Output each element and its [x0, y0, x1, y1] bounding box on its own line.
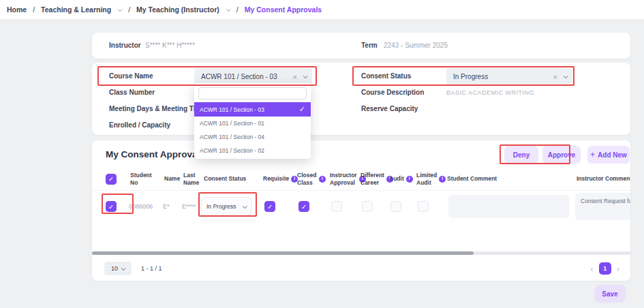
instructor-label: Instructor: [109, 42, 141, 49]
column-header-label: Consent Status: [204, 175, 246, 183]
limited-audit-cell: [412, 201, 443, 212]
column-header: Consent Status: [200, 175, 259, 183]
row-checkbox[interactable]: [106, 201, 117, 212]
consent-status-value: In Progress: [453, 73, 553, 80]
column-header-label: Instructor Comment: [577, 175, 630, 183]
page-size-value: 10: [111, 265, 118, 272]
student-no-cell: 0086006: [126, 203, 160, 210]
course-name-value: ACWR 101 / Section - 03: [201, 73, 293, 80]
clear-icon[interactable]: ×: [553, 73, 557, 81]
breadcrumb-item[interactable]: Teaching & Learning: [41, 5, 111, 14]
row-select-cell: [92, 201, 126, 212]
row-consent-status-select[interactable]: In Progress: [201, 197, 251, 216]
breadcrumb-item[interactable]: My Teaching (Instructor): [136, 5, 219, 14]
table-header-row: Student NoNameLast NameConsent StatusReq…: [92, 168, 630, 191]
dropdown-option[interactable]: ACWR 101 / Section - 03✓: [194, 102, 311, 117]
chevron-down-icon[interactable]: [564, 74, 568, 78]
consent-status-cell: In Progress: [200, 197, 259, 216]
previous-page-icon[interactable]: ‹: [590, 264, 593, 273]
instructor-approval-checkbox[interactable]: [331, 201, 342, 212]
add-new-button[interactable]: +Add New: [587, 146, 630, 164]
breadcrumb-item[interactable]: Home: [7, 5, 27, 14]
dropdown-option-label: ACWR 101 / Section - 03: [200, 106, 299, 113]
column-header: Limited Auditi: [412, 172, 443, 186]
breadcrumb-separator: /: [128, 5, 130, 14]
column-header: Instructor Approvali: [326, 172, 356, 186]
term-value: 2243 - Summer 2025: [384, 42, 448, 49]
reserve-capacity-label: Reserve Capacity: [361, 105, 418, 112]
term-label: Term: [361, 42, 378, 49]
approvals-card: My Consent Approvals Deny Approve +Add N…: [92, 140, 630, 281]
last-name-cell: E****: [179, 203, 200, 210]
consent-status-label: Consent Status: [361, 72, 411, 80]
column-header-label: Different Career: [361, 172, 384, 186]
info-icon[interactable]: i: [319, 176, 326, 183]
different-career-checkbox[interactable]: [362, 201, 373, 212]
column-header: Student No: [126, 172, 160, 186]
page-size-select[interactable]: 10: [104, 262, 132, 275]
column-header: Student Comment: [443, 175, 572, 183]
dropdown-option-label: ACWR 101 / Section - 02: [200, 147, 305, 154]
dropdown-option-label: ACWR 101 / Section - 01: [200, 120, 305, 127]
enrolled-label: Enrolled / Capacity: [109, 121, 170, 129]
student-comment-cell: [443, 195, 572, 218]
approve-button[interactable]: Approve: [542, 146, 581, 164]
column-header: Requisitei: [259, 175, 293, 183]
breadcrumb-separator: /: [33, 5, 35, 14]
instructor-approval-cell: [326, 201, 356, 212]
different-career-cell: [356, 201, 385, 212]
column-header-label: Limited Audit: [416, 172, 437, 186]
horizontal-scrollbar-thumb[interactable]: [92, 251, 474, 255]
chevron-down-icon[interactable]: [243, 204, 247, 209]
dropdown-option[interactable]: ACWR 101 / Section - 04: [194, 130, 311, 144]
course-dropdown-panel: ACWR 101 / Section - 03✓ACWR 101 / Secti…: [194, 83, 311, 159]
pagination-range: 1 - 1 / 1: [141, 265, 162, 272]
header-select-cell: [92, 174, 126, 185]
column-header-label: Name: [164, 175, 180, 183]
consent-status-select[interactable]: In Progress ×: [446, 68, 572, 85]
dropdown-option-label: ACWR 101 / Section - 04: [200, 134, 305, 140]
add-new-label: Add New: [598, 151, 627, 159]
page: Home/Teaching & Learning/My Teaching (In…: [0, 0, 644, 308]
requisite-checkbox[interactable]: [264, 201, 275, 212]
column-header-label: Student Comment: [447, 175, 497, 183]
column-header-label: Last Name: [183, 172, 200, 186]
save-button[interactable]: Save: [594, 285, 626, 303]
chevron-down-icon: [121, 266, 126, 271]
instructor-term-card: Instructor S**** K*** H***** Term 2243 -…: [92, 33, 630, 59]
audit-checkbox[interactable]: [390, 201, 401, 212]
breadcrumb-item[interactable]: My Consent Approvals: [245, 5, 322, 14]
chevron-down-icon[interactable]: [118, 7, 123, 12]
course-description-value: BASIC ACADEMIC WRITING: [446, 89, 534, 96]
column-header-label: Student No: [130, 172, 159, 186]
deny-button[interactable]: Deny: [504, 146, 538, 164]
column-header-label: Closed Class: [297, 172, 317, 186]
course-name-label: Course Name: [109, 72, 153, 80]
select-all-checkbox[interactable]: [106, 174, 117, 185]
clear-icon[interactable]: ×: [293, 73, 297, 81]
column-header: Different Careeri: [356, 172, 385, 186]
plus-icon: +: [590, 150, 595, 159]
breadcrumb-separator: /: [236, 5, 239, 14]
limited-audit-checkbox[interactable]: [418, 201, 429, 212]
dropdown-option[interactable]: ACWR 101 / Section - 02: [194, 144, 311, 157]
requisite-cell: [259, 201, 293, 212]
pagination-bar: 10 1 - 1 / 1 ‹ 1 ›: [92, 256, 630, 281]
column-header: Closed Classi: [293, 172, 326, 186]
next-page-icon[interactable]: ›: [617, 264, 619, 273]
chevron-down-icon[interactable]: [226, 7, 231, 12]
row-consent-status-value: In Progress: [206, 203, 243, 210]
breadcrumb: Home/Teaching & Learning/My Teaching (In…: [0, 0, 644, 19]
filters-card: Course Name ACWR 101 / Section - 03 × Cl…: [92, 63, 630, 135]
chevron-down-icon[interactable]: [303, 74, 308, 78]
column-header: Instructor Comment: [572, 175, 630, 183]
dropdown-search-input[interactable]: [198, 87, 307, 99]
column-header: Last Name: [179, 172, 200, 186]
dropdown-option[interactable]: ACWR 101 / Section - 01: [194, 117, 311, 130]
name-cell: E*: [160, 203, 179, 210]
instructor-comment-box[interactable]: Consent Request for Classes: [575, 193, 630, 220]
current-page-button[interactable]: 1: [599, 262, 611, 275]
instructor-value: S**** K*** H*****: [145, 42, 195, 49]
student-comment-box[interactable]: [448, 195, 570, 218]
closed-class-checkbox[interactable]: [298, 201, 309, 212]
